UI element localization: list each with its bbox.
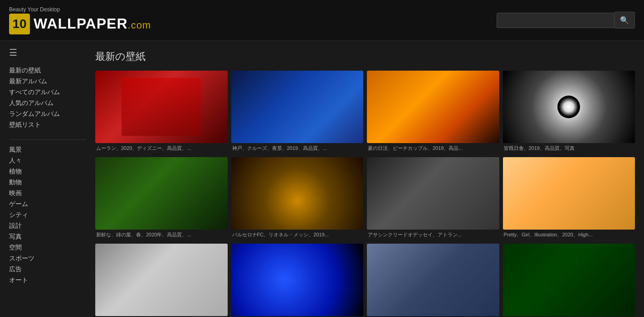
sidebar-item-cat-movies[interactable]: 映画 (9, 188, 86, 199)
wallpaper-item-12[interactable] (503, 244, 635, 316)
wallpaper-item-1[interactable]: ムーラン、2020、ディズニー、高品質、... (95, 71, 228, 154)
sidebar-item-popular-albums[interactable]: 人気のアルバム (9, 98, 86, 109)
wallpaper-caption-5: 新鮮な、緑の葉、春、2020年、高品質、... (95, 230, 228, 240)
sidebar: ☰ 最新の壁紙最新アルバムすべてのアルバム人気のアルバムランダムアルバム壁紙リス… (0, 41, 86, 317)
search-area: 🔍 (497, 12, 635, 29)
wallpaper-item-6[interactable]: バルセロナFC、リオネル・メッシ、2019... (231, 157, 364, 240)
wallpaper-caption-3: 夏の日没、ビーチカップル、2019、高品... (367, 143, 499, 154)
sidebar-item-cat-city[interactable]: シティ (9, 210, 86, 221)
wallpaper-item-3[interactable]: 夏の日没、ビーチカップル、2019、高品... (367, 71, 499, 154)
search-button[interactable]: 🔍 (615, 12, 635, 29)
logo-com: .com (128, 19, 151, 31)
main-content: 最新の壁紙 ムーラン、2020、ディズニー、高品質、...神戸、クルーズ、夜景、… (86, 41, 644, 317)
sidebar-item-random-albums[interactable]: ランダムアルバム (9, 109, 86, 120)
wallpaper-caption-7: アサシンクリードオデッセイ、アトラン... (367, 230, 499, 240)
wallpaper-grid: ムーラン、2020、ディズニー、高品質、...神戸、クルーズ、夜景、2019、高… (95, 71, 635, 316)
wallpaper-item-7[interactable]: アサシンクリードオデッセイ、アトラン... (367, 157, 499, 240)
sidebar-item-wallpaper-list[interactable]: 壁紙リスト (9, 120, 86, 130)
logo-main[interactable]: 10 WALLPAPER.com (9, 14, 151, 34)
wallpaper-caption-2: 神戸、クルーズ、夜景、2019、高品質、... (231, 143, 364, 154)
logo-number: 10 (9, 14, 30, 34)
section-title: 最新の壁紙 (95, 50, 635, 63)
sidebar-item-cat-landscape[interactable]: 風景 (9, 144, 86, 155)
wallpaper-caption-6: バルセロナFC、リオネル・メッシ、2019... (231, 230, 364, 240)
logo-tagline: Beauty Your Desktop (9, 6, 151, 13)
wallpaper-item-5[interactable]: 新鮮な、緑の葉、春、2020年、高品質、... (95, 157, 228, 240)
sidebar-item-all-albums[interactable]: すべてのアルバム (9, 87, 86, 98)
logo-wallpaper: WALLPAPER (34, 15, 128, 32)
sidebar-item-cat-plants[interactable]: 植物 (9, 166, 86, 177)
wallpaper-caption-4: 皆既日食、2019、高品質、写真 (503, 143, 635, 154)
sidebar-item-latest-wallpapers[interactable]: 最新の壁紙 (9, 65, 86, 76)
wallpaper-item-10[interactable] (231, 244, 364, 316)
sidebar-divider (9, 139, 86, 140)
wallpaper-item-4[interactable]: 皆既日食、2019、高品質、写真 (503, 71, 635, 154)
wallpaper-caption-8: Pretty、Girl、Illustration、2020、High... (503, 230, 635, 240)
sidebar-item-cat-animals[interactable]: 動物 (9, 177, 86, 188)
sidebar-item-cat-people[interactable]: 人々 (9, 155, 86, 166)
body-wrap: ☰ 最新の壁紙最新アルバムすべてのアルバム人気のアルバムランダムアルバム壁紙リス… (0, 41, 644, 317)
search-input[interactable] (497, 13, 615, 28)
wallpaper-caption-1: ムーラン、2020、ディズニー、高品質、... (95, 143, 228, 154)
logo-text: WALLPAPER.com (34, 15, 151, 32)
wallpaper-item-8[interactable]: Pretty、Girl、Illustration、2020、High... (503, 157, 635, 240)
wallpaper-item-2[interactable]: 神戸、クルーズ、夜景、2019、高品質、... (231, 71, 364, 154)
sidebar-item-cat-space[interactable]: 空間 (9, 242, 86, 253)
logo-area: Beauty Your Desktop 10 WALLPAPER.com (9, 6, 151, 34)
header: Beauty Your Desktop 10 WALLPAPER.com 🔍 (0, 0, 644, 41)
hamburger-icon[interactable]: ☰ (9, 47, 86, 58)
sidebar-item-cat-photo[interactable]: 写真 (9, 231, 86, 242)
sidebar-item-cat-design[interactable]: 設計 (9, 221, 86, 231)
sidebar-top-links: 最新の壁紙最新アルバムすべてのアルバム人気のアルバムランダムアルバム壁紙リスト (9, 65, 86, 130)
sidebar-item-cat-sports[interactable]: スポーツ (9, 253, 86, 264)
sidebar-item-cat-games[interactable]: ゲーム (9, 199, 86, 210)
sidebar-item-cat-ad[interactable]: 広告 (9, 264, 86, 275)
sidebar-category-links: 風景人々植物動物映画ゲームシティ設計写真空間スポーツ広告オート (9, 144, 86, 286)
wallpaper-item-11[interactable] (367, 244, 499, 316)
sidebar-item-cat-auto[interactable]: オート (9, 275, 86, 286)
wallpaper-item-9[interactable] (95, 244, 228, 316)
sidebar-item-latest-albums[interactable]: 最新アルバム (9, 76, 86, 87)
